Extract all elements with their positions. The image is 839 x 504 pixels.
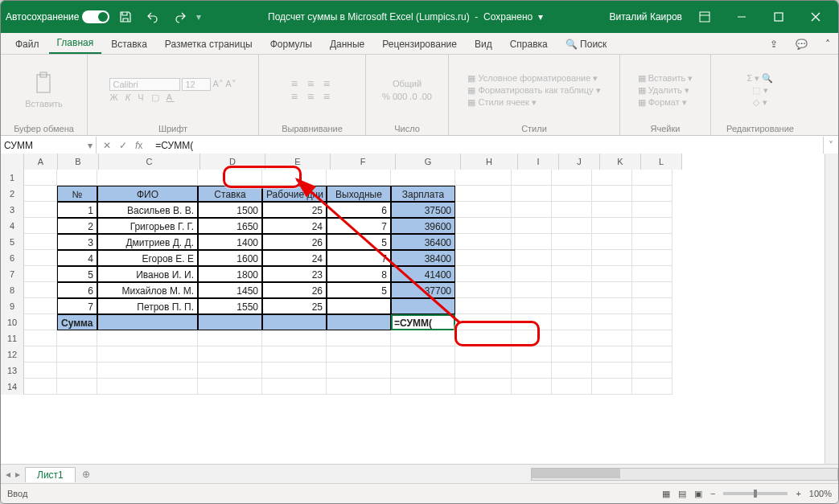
cell[interactable]: [24, 379, 57, 395]
cell[interactable]: [391, 346, 455, 363]
cell[interactable]: [592, 234, 632, 250]
cell[interactable]: Иванов И. И.: [97, 266, 198, 282]
cell[interactable]: [552, 282, 592, 298]
cell[interactable]: [455, 218, 512, 234]
cell[interactable]: [632, 330, 672, 346]
row-header[interactable]: 7: [1, 266, 24, 282]
cancel-formula-icon[interactable]: ✕: [103, 140, 111, 151]
cell[interactable]: [24, 218, 57, 234]
vertical-scrollbar[interactable]: [825, 154, 838, 465]
row-header[interactable]: 10: [1, 314, 24, 330]
row-header[interactable]: 4: [1, 218, 24, 234]
row-header[interactable]: 2: [1, 186, 24, 202]
cell[interactable]: [632, 202, 672, 218]
cell[interactable]: [327, 379, 391, 395]
cell[interactable]: Егоров Е. Е: [97, 250, 198, 266]
tab-search[interactable]: 🔍 Поиск: [557, 35, 615, 54]
cell[interactable]: [198, 314, 262, 330]
col-header[interactable]: H: [461, 154, 518, 170]
tab-file[interactable]: Файл: [7, 35, 47, 54]
cell[interactable]: [455, 298, 512, 314]
delete-cells-button[interactable]: ▦ Удалить ▾: [638, 85, 689, 96]
cell[interactable]: Сумма: [57, 314, 97, 330]
cell[interactable]: [455, 170, 512, 186]
formula-input[interactable]: =СУММ(: [149, 140, 823, 151]
cell[interactable]: [552, 266, 592, 282]
cell[interactable]: [552, 170, 592, 186]
cell[interactable]: ФИО: [97, 186, 198, 202]
save-icon[interactable]: [114, 6, 137, 28]
cell[interactable]: 8: [327, 266, 391, 282]
col-header[interactable]: K: [600, 154, 641, 170]
row-header[interactable]: 11: [1, 330, 24, 346]
cell[interactable]: [391, 379, 455, 395]
cell[interactable]: [327, 314, 391, 330]
cell[interactable]: [455, 379, 512, 395]
col-header[interactable]: E: [265, 154, 331, 170]
expand-formula-bar-icon[interactable]: ˅: [823, 137, 838, 154]
view-page-break-icon[interactable]: ▣: [694, 489, 702, 499]
cell[interactable]: [592, 218, 632, 234]
cell[interactable]: [552, 250, 592, 266]
cell[interactable]: [552, 202, 592, 218]
cell[interactable]: 37500: [391, 202, 455, 218]
cell[interactable]: 7: [57, 298, 97, 314]
cell[interactable]: [632, 234, 672, 250]
cell[interactable]: [198, 379, 262, 395]
cell[interactable]: [592, 170, 632, 186]
row-header[interactable]: 12: [1, 346, 24, 363]
maximize-icon[interactable]: [761, 1, 796, 33]
cell[interactable]: [512, 330, 552, 346]
tab-review[interactable]: Рецензирование: [374, 35, 465, 54]
cell[interactable]: [592, 330, 632, 346]
cell[interactable]: [57, 363, 97, 379]
share-button[interactable]: ⇪: [762, 35, 786, 54]
close-icon[interactable]: [798, 1, 833, 33]
cell[interactable]: 1400: [198, 234, 262, 250]
cell[interactable]: [592, 363, 632, 379]
cell[interactable]: 37700: [391, 282, 455, 298]
minimize-icon[interactable]: [724, 1, 759, 33]
cell-styles-button[interactable]: ▦ Стили ячеек ▾: [467, 97, 537, 108]
cell[interactable]: [24, 266, 57, 282]
cell[interactable]: 7: [327, 218, 391, 234]
cell[interactable]: [552, 186, 592, 202]
cell[interactable]: [512, 218, 552, 234]
row-header[interactable]: 3: [1, 202, 24, 218]
col-header[interactable]: C: [99, 154, 200, 170]
cell[interactable]: 6: [327, 202, 391, 218]
cell[interactable]: [57, 170, 97, 186]
conditional-formatting-button[interactable]: ▦ Условное форматирование ▾: [467, 73, 598, 84]
cell[interactable]: 24: [262, 218, 327, 234]
cell[interactable]: [512, 170, 552, 186]
sheet-nav-prev-icon[interactable]: ◂: [1, 469, 15, 480]
cell[interactable]: [262, 314, 327, 330]
cell[interactable]: [592, 202, 632, 218]
horizontal-scrollbar[interactable]: [531, 468, 838, 481]
cell[interactable]: [327, 170, 391, 186]
cell[interactable]: [57, 330, 97, 346]
cell[interactable]: [24, 363, 57, 379]
ribbon-options-icon[interactable]: [687, 1, 722, 33]
cell[interactable]: [24, 170, 57, 186]
cell[interactable]: 25: [262, 298, 327, 314]
cell[interactable]: [592, 266, 632, 282]
cell[interactable]: [552, 218, 592, 234]
tab-page-layout[interactable]: Разметка страницы: [157, 35, 261, 54]
zoom-in-icon[interactable]: +: [796, 489, 800, 498]
cell[interactable]: 1600: [198, 250, 262, 266]
zoom-out-icon[interactable]: −: [710, 489, 715, 498]
sheet-tab-1[interactable]: Лист1: [25, 467, 76, 482]
cell[interactable]: [327, 330, 391, 346]
font-name-combo[interactable]: [109, 78, 180, 91]
cell[interactable]: [57, 346, 97, 363]
col-header[interactable]: D: [200, 154, 265, 170]
cell[interactable]: [455, 266, 512, 282]
row-header[interactable]: 8: [1, 282, 24, 298]
cell[interactable]: [455, 250, 512, 266]
tab-data[interactable]: Данные: [322, 35, 372, 54]
tab-help[interactable]: Справка: [502, 35, 556, 54]
cell[interactable]: [24, 282, 57, 298]
cell[interactable]: [455, 346, 512, 363]
cell[interactable]: [97, 379, 198, 395]
